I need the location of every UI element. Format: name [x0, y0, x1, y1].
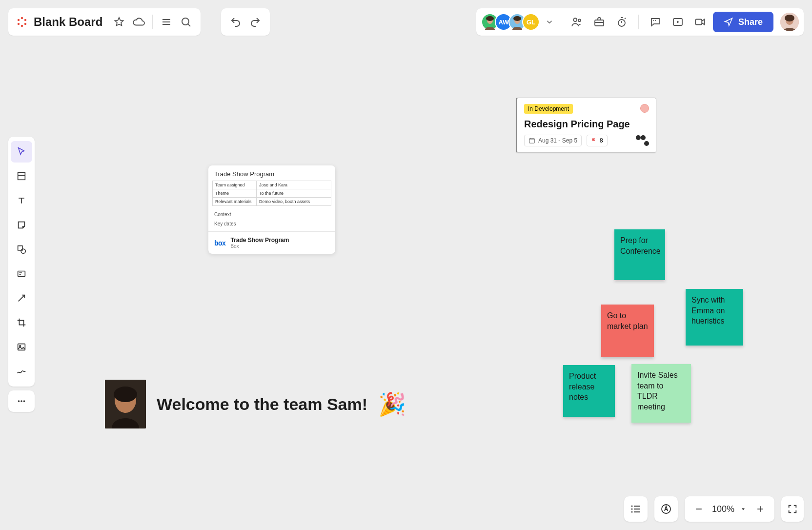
- zoom-level[interactable]: 100%: [712, 504, 734, 514]
- svg-point-10: [182, 18, 189, 25]
- flag-icon: [591, 138, 597, 143]
- text-tool[interactable]: [11, 190, 32, 211]
- comment-icon[interactable]: [646, 12, 665, 32]
- svg-point-8: [18, 23, 20, 25]
- redo-icon[interactable]: [245, 12, 265, 32]
- status-pill: In Development: [524, 104, 573, 114]
- shape-tool[interactable]: [11, 239, 32, 260]
- flag-count: 8: [600, 137, 603, 144]
- video-icon[interactable]: [690, 12, 710, 32]
- annotation-button[interactable]: [654, 496, 678, 522]
- frame-tool[interactable]: [11, 165, 32, 187]
- card-tool[interactable]: [11, 263, 32, 285]
- paper-plane-icon: [724, 17, 733, 27]
- zoom-out-button[interactable]: [690, 501, 707, 517]
- separator: [638, 15, 639, 29]
- svg-point-30: [18, 400, 20, 402]
- undo-redo-group: [221, 8, 270, 36]
- canvas[interactable]: Trade Show Program Team assignedJose and…: [0, 0, 812, 530]
- share-label: Share: [738, 17, 763, 27]
- select-tool[interactable]: [11, 141, 32, 163]
- box-logo-icon: box: [214, 239, 225, 247]
- share-button[interactable]: Share: [713, 12, 773, 32]
- assignee-avatar: [640, 104, 649, 113]
- box-card-footer-title: Trade Show Program: [230, 237, 289, 244]
- zoom-in-button[interactable]: [752, 501, 769, 517]
- date-text: Aug 31 - Sep 5: [538, 137, 577, 144]
- svg-rect-27: [18, 271, 25, 277]
- search-icon[interactable]: [176, 12, 196, 32]
- svg-point-6: [24, 23, 26, 25]
- sticky-note[interactable]: Product release notes: [563, 365, 615, 417]
- svg-point-34: [631, 509, 632, 510]
- box-card-footer: box Trade Show Program Box: [208, 231, 335, 254]
- svg-point-23: [785, 15, 794, 21]
- welcome-block[interactable]: Welcome to the team Sam! 🎉: [105, 380, 406, 428]
- flag-chip: 8: [587, 135, 608, 146]
- draw-tool[interactable]: [11, 361, 32, 382]
- svg-point-9: [18, 19, 20, 21]
- svg-point-16: [578, 19, 581, 21]
- box-card-table: Team assignedJose and Kara ThemeTo the f…: [212, 181, 331, 206]
- presence-dropdown-icon[interactable]: [543, 12, 556, 32]
- separator: [152, 15, 153, 29]
- svg-rect-3: [529, 139, 535, 143]
- svg-rect-17: [595, 20, 604, 26]
- svg-rect-28: [18, 344, 25, 350]
- people-icon[interactable]: [567, 12, 587, 32]
- hamburger-menu-icon[interactable]: [157, 12, 176, 32]
- sticky-note[interactable]: Prep for Conference: [614, 229, 665, 280]
- svg-point-4: [21, 17, 23, 19]
- svg-point-15: [573, 18, 577, 21]
- zoom-controls: 100%: [685, 496, 774, 522]
- me-avatar[interactable]: [780, 13, 799, 31]
- svg-point-12: [486, 16, 494, 21]
- svg-point-14: [513, 16, 521, 21]
- stopwatch-icon[interactable]: [612, 12, 631, 32]
- toolbox-icon[interactable]: [589, 12, 609, 32]
- svg-point-35: [631, 511, 632, 513]
- party-popper-emoji: 🎉: [378, 391, 406, 417]
- annotation-icon: [660, 503, 672, 515]
- svg-point-31: [20, 400, 22, 402]
- svg-point-26: [21, 249, 25, 253]
- svg-point-2: [114, 387, 137, 402]
- task-card-title: Redesign Pricing Page: [524, 119, 649, 130]
- toolbox-more-button[interactable]: [8, 390, 35, 412]
- calendar-icon: [528, 137, 535, 144]
- cloud-sync-icon[interactable]: [129, 12, 148, 32]
- outline-button[interactable]: [624, 496, 648, 522]
- present-icon[interactable]: [668, 12, 688, 32]
- svg-point-33: [631, 506, 632, 507]
- star-icon[interactable]: [109, 12, 129, 32]
- toolbox: [8, 137, 35, 387]
- app-logo-icon[interactable]: [15, 15, 29, 29]
- svg-rect-24: [18, 173, 25, 180]
- undo-icon[interactable]: [226, 12, 245, 32]
- embedded-box-file-card[interactable]: Trade Show Program Team assignedJose and…: [208, 165, 335, 254]
- sticky-tool[interactable]: [11, 214, 32, 236]
- sticky-note[interactable]: Invite Sales team to TLDR meeting: [631, 364, 691, 423]
- fullscreen-icon: [787, 504, 798, 514]
- topbar-left: Blank Board: [8, 8, 201, 36]
- box-card-title: Trade Show Program: [208, 165, 335, 181]
- sticky-note[interactable]: Sync with Emma on hueristics: [686, 289, 743, 346]
- presence-avatar[interactable]: GL: [522, 13, 540, 31]
- bottom-right-controls: 100%: [624, 496, 804, 522]
- sticky-note[interactable]: Go to market plan: [601, 305, 654, 357]
- board-title[interactable]: Blank Board: [34, 15, 102, 29]
- box-card-footer-source: Box: [230, 244, 289, 249]
- welcome-text: Welcome to the team Sam!: [157, 395, 367, 414]
- zoom-dropdown-icon[interactable]: [739, 501, 747, 517]
- arrow-tool[interactable]: [11, 287, 32, 309]
- svg-point-5: [24, 19, 26, 21]
- fullscreen-button[interactable]: [781, 496, 804, 522]
- presence-avatars[interactable]: AWGL: [481, 13, 540, 31]
- svg-point-7: [21, 25, 23, 27]
- image-tool[interactable]: [11, 336, 32, 358]
- task-card[interactable]: In Development Redesign Pricing Page Aug…: [516, 98, 656, 153]
- box-card-section-keydates: Key dates: [208, 219, 335, 231]
- crop-tool[interactable]: [11, 312, 32, 333]
- task-card-group-icon: [636, 135, 649, 146]
- svg-point-32: [23, 400, 25, 402]
